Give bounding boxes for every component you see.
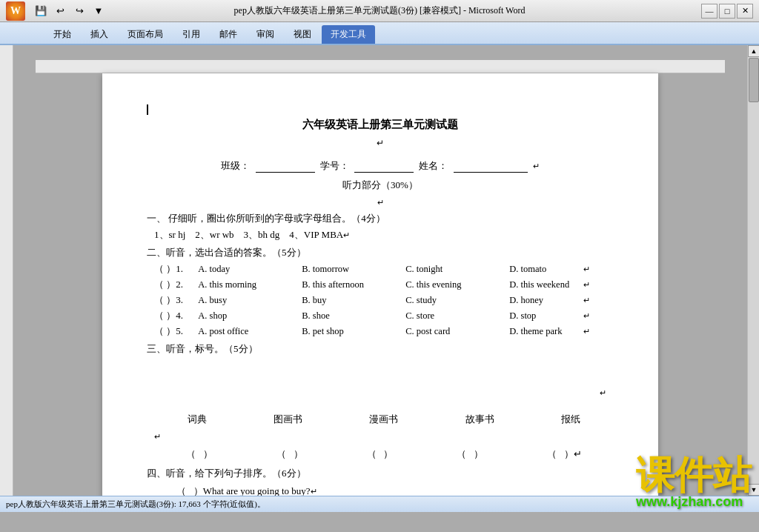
- paren-2: （ ）: [276, 448, 303, 461]
- ruler-top: [36, 60, 725, 73]
- tab-mailings[interactable]: 邮件: [211, 25, 246, 44]
- id-label: 学号：: [320, 160, 349, 171]
- text-cursor: [147, 104, 148, 115]
- paren-row: （ ） （ ） （ ） （ ） （ ）↵: [147, 448, 614, 461]
- paren-5: （ ）↵: [547, 448, 582, 461]
- paren-4: （ ）: [457, 448, 483, 461]
- class-field[interactable]: [256, 160, 315, 173]
- scroll-track[interactable]: [748, 57, 759, 484]
- paren-3: （ ）: [367, 448, 394, 461]
- maximize-button[interactable]: □: [719, 4, 735, 19]
- ribbon-tabs: 开始 插入 页面布局 引用 邮件 审阅 视图 开发工具: [0, 22, 759, 44]
- office-logo: W: [6, 1, 25, 21]
- section-title-listening: 听力部分（30%）: [147, 179, 614, 192]
- watermark-line1: 课件站: [636, 456, 752, 494]
- table-row: （ ） 3. A. busy B. buy C. study D. honey …: [147, 293, 614, 307]
- tab-view[interactable]: 视图: [285, 25, 320, 44]
- tab-review[interactable]: 审阅: [248, 25, 283, 44]
- quick-access-toolbar: 💾 ↩ ↪ ▼: [30, 1, 110, 21]
- ribbon: 开始 插入 页面布局 引用 邮件 审阅 视图 开发工具: [0, 22, 759, 45]
- ruler-left: [0, 45, 13, 496]
- tab-developer[interactable]: 开发工具: [322, 25, 375, 44]
- part1-items: 1、sr hj 2、wr wb 3、bh dg 4、VIP MBA ↵: [147, 228, 614, 242]
- part1-item3: 3、bh dg: [244, 228, 280, 242]
- listen-item-1: 词典: [188, 413, 207, 426]
- window-controls: — □ ✕: [701, 4, 753, 19]
- listen-item-2: 图画书: [274, 413, 302, 426]
- tab-layout[interactable]: 页面布局: [119, 25, 172, 44]
- part3-space: [147, 359, 614, 388]
- table-row: （ ） 2. A. this morning B. this afternoon…: [147, 278, 614, 291]
- document-page: 六年级英语上册第三单元测试题 ↵ 班级： 学号： 姓名： ↵ 听力部分（30%）…: [102, 73, 658, 496]
- scroll-up-button[interactable]: ▲: [748, 45, 759, 57]
- table-row: （ ） 5. A. post office B. pet shop C. pos…: [147, 325, 614, 338]
- sub-question-1: （ ） What are you going to buy? ↵: [147, 485, 614, 496]
- paren-1: （ ）: [186, 448, 213, 461]
- scroll-thumb[interactable]: [749, 58, 759, 102]
- part4-label: 四、听音，给下列句子排序。（6分）: [147, 467, 614, 480]
- save-button[interactable]: 💾: [33, 3, 49, 19]
- part1-item1: 1、sr hj: [154, 228, 185, 242]
- title-bar: W 💾 ↩ ↪ ▼ pep人教版六年级英语上册第三单元测试题(3份) [兼容模式…: [0, 0, 759, 22]
- name-label: 姓名：: [419, 160, 448, 171]
- tab-start[interactable]: 开始: [44, 25, 80, 44]
- customize-button[interactable]: ▼: [90, 3, 107, 19]
- part1-label: 一、 仔细听，圈出你所听到的字母或字母组合。（4分）: [147, 212, 614, 225]
- para-mark: ↵: [147, 198, 614, 207]
- listen-item-3: 漫画书: [369, 413, 398, 426]
- undo-button[interactable]: ↩: [52, 3, 68, 19]
- tab-references[interactable]: 引用: [173, 25, 209, 44]
- paragraph-mark: ↵: [147, 138, 614, 149]
- window-title: pep人教版六年级英语上册第三单元测试题(3份) [兼容模式] - Micros…: [234, 4, 526, 17]
- listening-items: 词典 图画书 漫画书 故事书 报纸: [147, 413, 614, 426]
- status-text: pep人教版六年级英语上册第三单元测试题(3份): 17,663 个字符(近似值…: [6, 499, 265, 510]
- scrollbar-right[interactable]: ▲ ▼: [747, 45, 759, 496]
- doc-area[interactable]: 六年级英语上册第三单元测试题 ↵ 班级： 学号： 姓名： ↵ 听力部分（30%）…: [13, 45, 747, 496]
- watermark-line2: www.kjzhan.com: [636, 494, 752, 510]
- minimize-button[interactable]: —: [701, 4, 717, 19]
- table-row: （ ） 4. A. shop B. shoe C. store D. stop …: [147, 309, 614, 322]
- part1-item2: 2、wr wb: [195, 228, 233, 242]
- watermark: 课件站 www.kjzhan.com: [636, 456, 752, 510]
- tab-insert[interactable]: 插入: [82, 25, 117, 44]
- name-field[interactable]: [454, 160, 528, 173]
- part1-item4: 4、VIP MBA: [289, 228, 343, 242]
- part3-label: 三、听音，标号。（5分）: [147, 342, 614, 356]
- redo-button[interactable]: ↪: [71, 3, 87, 19]
- id-field[interactable]: [354, 160, 414, 173]
- class-label: 班级：: [221, 160, 250, 171]
- header-info: 班级： 学号： 姓名： ↵: [147, 159, 614, 173]
- listen-item-5: 报纸: [561, 413, 580, 426]
- close-button[interactable]: ✕: [737, 4, 753, 19]
- table-row: （ ） 1. A. today B. tomorrow C. tonight D…: [147, 262, 614, 276]
- main-area: 六年级英语上册第三单元测试题 ↵ 班级： 学号： 姓名： ↵ 听力部分（30%）…: [0, 45, 759, 496]
- doc-title: 六年级英语上册第三单元测试题: [147, 118, 614, 132]
- listen-item-4: 故事书: [465, 413, 494, 426]
- part2-label: 二、听音，选出合适的答案。（5分）: [147, 246, 614, 259]
